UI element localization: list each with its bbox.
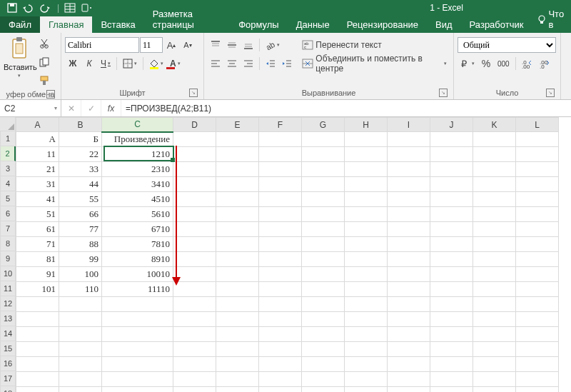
- cell[interactable]: [430, 162, 473, 177]
- table-row[interactable]: [16, 312, 559, 327]
- cell[interactable]: [302, 267, 345, 282]
- cell[interactable]: [216, 372, 259, 387]
- cell[interactable]: [473, 282, 516, 297]
- cell[interactable]: 33: [59, 162, 102, 177]
- cell[interactable]: [59, 387, 102, 393]
- cell[interactable]: [59, 357, 102, 372]
- col-header[interactable]: H: [345, 118, 388, 132]
- tab-insert[interactable]: Вставка: [92, 16, 143, 33]
- cell[interactable]: [516, 342, 559, 357]
- cell[interactable]: [516, 192, 559, 207]
- table-row[interactable]: 10111011110: [16, 282, 559, 297]
- cell[interactable]: [216, 282, 259, 297]
- cell[interactable]: [345, 357, 388, 372]
- cell[interactable]: 8910: [102, 252, 173, 267]
- cell[interactable]: [59, 372, 102, 387]
- col-header[interactable]: G: [302, 118, 345, 132]
- cell[interactable]: [430, 372, 473, 387]
- cell[interactable]: [430, 312, 473, 327]
- cell[interactable]: [516, 267, 559, 282]
- cell[interactable]: [430, 327, 473, 342]
- cell[interactable]: [473, 297, 516, 312]
- cell[interactable]: [430, 252, 473, 267]
- cell[interactable]: [430, 342, 473, 357]
- cell[interactable]: 5610: [102, 207, 173, 222]
- cell[interactable]: [16, 387, 59, 393]
- save-icon[interactable]: [7, 3, 17, 13]
- cell[interactable]: [345, 207, 388, 222]
- cell[interactable]: 66: [59, 207, 102, 222]
- table-row[interactable]: 31443410: [16, 177, 559, 192]
- cell[interactable]: [345, 327, 388, 342]
- cell[interactable]: [430, 222, 473, 237]
- shrink-font-button[interactable]: A▾: [180, 37, 196, 53]
- cell[interactable]: [516, 207, 559, 222]
- insert-function-button[interactable]: fx: [101, 100, 121, 116]
- cell[interactable]: [388, 267, 430, 282]
- cell[interactable]: 101: [16, 282, 59, 297]
- cell[interactable]: [345, 387, 388, 393]
- cell[interactable]: [473, 252, 516, 267]
- cell[interactable]: [302, 132, 345, 147]
- cell[interactable]: [388, 222, 430, 237]
- comma-style-button[interactable]: 000: [495, 56, 512, 71]
- cell[interactable]: 91: [16, 267, 59, 282]
- bold-button[interactable]: Ж: [65, 56, 81, 71]
- cell[interactable]: 22: [59, 147, 102, 162]
- cell[interactable]: [216, 297, 259, 312]
- col-header[interactable]: D: [173, 118, 216, 132]
- cell[interactable]: [173, 342, 216, 357]
- cell[interactable]: [388, 147, 430, 162]
- table-row[interactable]: [16, 372, 559, 387]
- increase-indent-button[interactable]: [279, 56, 295, 71]
- cell[interactable]: [302, 387, 345, 393]
- percent-button[interactable]: %: [478, 56, 494, 71]
- cell[interactable]: [216, 357, 259, 372]
- cell[interactable]: [430, 282, 473, 297]
- row-headers[interactable]: 123456789101112131415161718: [0, 131, 16, 392]
- table-row[interactable]: 41554510: [16, 192, 559, 207]
- cancel-formula-button[interactable]: ✕: [61, 100, 81, 116]
- cell[interactable]: [473, 312, 516, 327]
- cell[interactable]: [345, 342, 388, 357]
- cell[interactable]: 31: [16, 177, 59, 192]
- row-header[interactable]: 16: [0, 356, 16, 371]
- cell[interactable]: 81: [16, 252, 59, 267]
- table-row[interactable]: 21332310: [16, 162, 559, 177]
- cell[interactable]: [473, 132, 516, 147]
- cell[interactable]: [388, 252, 430, 267]
- fill-color-button[interactable]: [146, 56, 166, 71]
- cell[interactable]: 51: [16, 207, 59, 222]
- cell[interactable]: Б: [59, 132, 102, 147]
- cell[interactable]: [259, 387, 302, 393]
- table-row[interactable]: [16, 342, 559, 357]
- cell[interactable]: [259, 207, 302, 222]
- row-header[interactable]: 14: [0, 326, 16, 341]
- cell[interactable]: 7810: [102, 237, 173, 252]
- table-icon[interactable]: [65, 4, 75, 12]
- cell[interactable]: 10010: [102, 267, 173, 282]
- cell[interactable]: [173, 387, 216, 393]
- tab-review[interactable]: Рецензирование: [338, 16, 427, 33]
- cell[interactable]: [259, 192, 302, 207]
- cell[interactable]: [16, 357, 59, 372]
- cell[interactable]: [302, 342, 345, 357]
- cell[interactable]: [216, 222, 259, 237]
- table-row[interactable]: 51665610: [16, 207, 559, 222]
- cell[interactable]: [430, 207, 473, 222]
- cell[interactable]: [516, 372, 559, 387]
- cell[interactable]: [216, 267, 259, 282]
- row-header[interactable]: 18: [0, 386, 16, 392]
- cell[interactable]: [430, 357, 473, 372]
- row-header[interactable]: 3: [0, 161, 16, 176]
- row-header[interactable]: 11: [0, 281, 16, 296]
- borders-button[interactable]: [120, 56, 140, 71]
- cell[interactable]: [216, 207, 259, 222]
- copy-button[interactable]: [36, 54, 52, 70]
- cell[interactable]: [345, 372, 388, 387]
- cell[interactable]: [302, 252, 345, 267]
- align-right-button[interactable]: [241, 56, 256, 71]
- name-box[interactable]: C2: [0, 100, 61, 116]
- cell-grid[interactable]: ABCDEFGHIJKL АБПроизведение1122121021332…: [16, 117, 559, 392]
- cell[interactable]: 41: [16, 192, 59, 207]
